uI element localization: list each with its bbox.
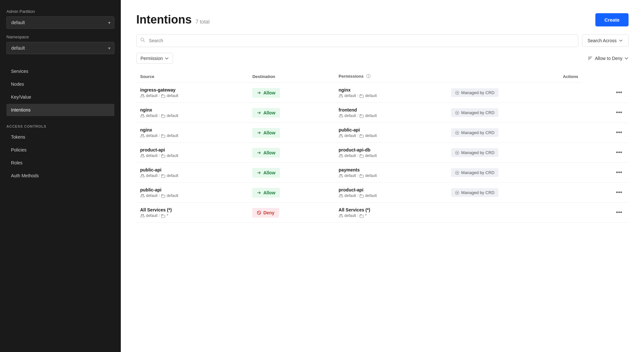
permissions-cell: Managed by CRD — [447, 143, 582, 163]
sidebar-item-auth-methods[interactable]: Auth Methods — [6, 170, 114, 182]
crd-icon — [455, 111, 459, 115]
svg-point-19 — [341, 114, 342, 116]
svg-point-23 — [141, 134, 142, 136]
svg-rect-34 — [161, 155, 165, 158]
source-folder-icon — [161, 214, 165, 218]
svg-point-45 — [340, 174, 341, 176]
svg-rect-38 — [360, 155, 363, 158]
arrow-right-icon — [257, 151, 261, 155]
sidebar-item-policies[interactable]: Policies — [6, 144, 114, 156]
svg-line-63 — [258, 212, 260, 214]
sidebar-item-keyvalue[interactable]: Key/Value — [6, 91, 114, 103]
intentions-table: Source Destination Permissions ⓘ Actions… — [136, 70, 629, 223]
permission-cell: Allow — [248, 143, 335, 163]
row-actions-button[interactable]: ••• — [613, 168, 625, 177]
dest-group-icon — [339, 133, 343, 138]
svg-point-49 — [457, 172, 458, 173]
svg-point-10 — [341, 94, 342, 96]
row-actions-button[interactable]: ••• — [613, 88, 625, 97]
dest-folder-icon — [360, 174, 364, 178]
table-row: All Services (*) default / * Deny All — [136, 203, 629, 223]
svg-rect-66 — [360, 215, 363, 218]
source-meta: default / default — [140, 93, 245, 98]
svg-point-50 — [141, 194, 142, 196]
allow-badge: Allow — [252, 88, 280, 98]
permission-cell: Allow — [248, 183, 335, 203]
search-across-button[interactable]: Search Across — [582, 34, 629, 47]
destination-cell: payments default / default — [335, 163, 447, 183]
source-folder-icon — [161, 94, 165, 98]
actions-cell: ••• — [582, 163, 629, 183]
row-actions-button[interactable]: ••• — [613, 108, 625, 117]
create-button[interactable]: Create — [595, 13, 629, 26]
page-title: Intentions — [136, 13, 192, 26]
sort-filter[interactable]: Allow to Deny — [588, 56, 629, 61]
row-actions-button[interactable]: ••• — [613, 208, 625, 217]
search-icon — [140, 37, 145, 44]
svg-point-33 — [143, 154, 144, 156]
dest-name: product-api — [339, 187, 443, 192]
admin-partition-label: Admin Partition — [6, 9, 114, 14]
dest-group-icon — [339, 173, 343, 178]
col-actions: Actions — [447, 70, 582, 83]
svg-rect-16 — [161, 115, 165, 118]
svg-point-41 — [141, 174, 142, 176]
source-name: product-api — [140, 147, 245, 152]
sidebar: Admin Partition default Namespace defaul… — [0, 0, 121, 352]
destination-cell: public-api default / default — [335, 123, 447, 143]
dest-name: public-api — [339, 127, 443, 132]
sidebar-item-nodes[interactable]: Nodes — [6, 78, 114, 90]
namespace-select-wrapper[interactable]: default — [6, 42, 114, 54]
dest-meta: default / default — [339, 133, 443, 138]
dest-name: All Services (*) — [339, 207, 443, 212]
admin-partition-select[interactable]: default — [6, 16, 114, 29]
source-name: nginx — [140, 107, 245, 112]
row-actions-button[interactable]: ••• — [613, 188, 625, 197]
dest-meta: default / default — [339, 193, 443, 198]
sidebar-item-tokens[interactable]: Tokens — [6, 131, 114, 143]
namespace-select[interactable]: default — [6, 42, 114, 54]
row-actions-button[interactable]: ••• — [613, 128, 625, 137]
svg-rect-43 — [161, 175, 165, 178]
dest-meta: default / default — [339, 93, 443, 98]
source-cell: nginx default / default — [136, 103, 248, 123]
crd-icon — [455, 131, 459, 135]
permission-filter-button[interactable]: Permission — [136, 53, 173, 64]
svg-point-6 — [143, 94, 144, 96]
total-count: 7 total — [196, 19, 210, 25]
dest-meta: default / default — [339, 173, 443, 178]
source-folder-icon — [161, 154, 165, 158]
svg-point-65 — [341, 214, 342, 216]
svg-point-28 — [341, 134, 342, 136]
dest-group-icon — [339, 193, 343, 198]
search-input[interactable] — [136, 34, 578, 47]
col-source: Source — [136, 70, 248, 83]
source-meta: default / default — [140, 173, 245, 178]
col-permissions: Permissions ⓘ — [335, 70, 447, 83]
sidebar-item-intentions[interactable]: Intentions — [6, 104, 114, 116]
admin-partition-select-wrapper[interactable]: default — [6, 16, 114, 29]
source-cell: product-api default / default — [136, 143, 248, 163]
permissions-cell — [447, 203, 582, 223]
source-cell: All Services (*) default / * — [136, 203, 248, 223]
actions-cell: ••• — [582, 103, 629, 123]
row-actions-button[interactable]: ••• — [613, 148, 625, 157]
source-meta: default / default — [140, 153, 245, 158]
actions-cell: ••• — [582, 183, 629, 203]
dest-name: payments — [339, 167, 443, 172]
actions-cell: ••• — [582, 143, 629, 163]
source-folder-icon — [161, 174, 165, 178]
source-folder-icon — [161, 134, 165, 138]
sidebar-item-roles[interactable]: Roles — [6, 157, 114, 169]
svg-point-24 — [143, 134, 144, 136]
crd-badge: Managed by CRD — [451, 148, 498, 157]
sidebar-item-services[interactable]: Services — [6, 65, 114, 77]
svg-point-18 — [340, 114, 341, 116]
allow-badge: Allow — [252, 108, 280, 118]
source-cell: public-api default / default — [136, 163, 248, 183]
source-group-icon — [140, 113, 145, 118]
crd-icon — [455, 171, 459, 175]
arrow-right-icon — [257, 171, 261, 175]
svg-rect-56 — [360, 195, 363, 198]
crd-badge: Managed by CRD — [451, 108, 498, 117]
